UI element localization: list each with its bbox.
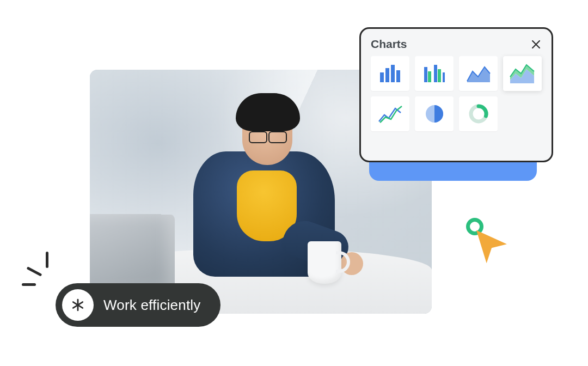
spark-lines-icon bbox=[22, 252, 65, 295]
svg-rect-7 bbox=[391, 65, 395, 82]
asterisk-icon bbox=[62, 289, 94, 321]
stacked-area-chart-icon bbox=[509, 62, 536, 86]
svg-rect-6 bbox=[385, 68, 389, 82]
chart-option-bar[interactable] bbox=[371, 56, 409, 91]
line-chart-icon bbox=[377, 102, 404, 126]
chart-option-area[interactable] bbox=[459, 56, 498, 91]
svg-rect-13 bbox=[443, 72, 445, 82]
svg-rect-9 bbox=[424, 67, 427, 82]
donut-chart-icon bbox=[465, 102, 492, 126]
area-chart-icon bbox=[465, 62, 492, 86]
chart-option-stacked-area[interactable] bbox=[503, 56, 542, 91]
bar-chart-icon bbox=[377, 62, 404, 86]
charts-panel: Charts bbox=[359, 27, 553, 162]
chart-option-pie[interactable] bbox=[415, 96, 454, 131]
chart-type-grid bbox=[371, 56, 542, 131]
cursor-decoration bbox=[466, 218, 520, 272]
chart-option-line[interactable] bbox=[371, 96, 409, 131]
photo-cup bbox=[308, 241, 341, 284]
charts-panel-title: Charts bbox=[371, 38, 407, 51]
pill-label: Work efficiently bbox=[103, 297, 201, 314]
svg-rect-11 bbox=[434, 65, 437, 82]
cursor-icon bbox=[473, 228, 511, 266]
svg-rect-5 bbox=[380, 72, 384, 82]
chart-option-donut[interactable] bbox=[459, 96, 498, 131]
pie-chart-icon bbox=[421, 102, 448, 126]
grouped-bar-chart-icon bbox=[421, 62, 448, 86]
work-efficiently-pill: Work efficiently bbox=[56, 283, 220, 327]
svg-rect-12 bbox=[438, 69, 441, 82]
close-button[interactable] bbox=[530, 38, 542, 50]
svg-rect-8 bbox=[396, 70, 400, 82]
svg-rect-10 bbox=[428, 71, 431, 82]
close-icon bbox=[532, 40, 540, 48]
chart-option-grouped-bar[interactable] bbox=[415, 56, 454, 91]
